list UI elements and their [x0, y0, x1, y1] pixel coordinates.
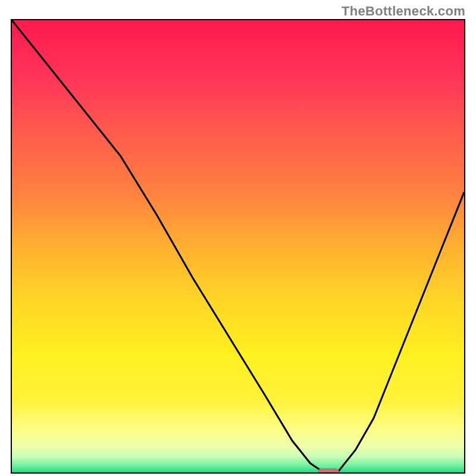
chart-frame: [11, 19, 465, 474]
chart-plot-area: [12, 20, 464, 472]
chart-line: [12, 20, 464, 472]
chart-marker: [318, 468, 339, 474]
watermark-text: TheBottleneck.com: [342, 4, 465, 19]
